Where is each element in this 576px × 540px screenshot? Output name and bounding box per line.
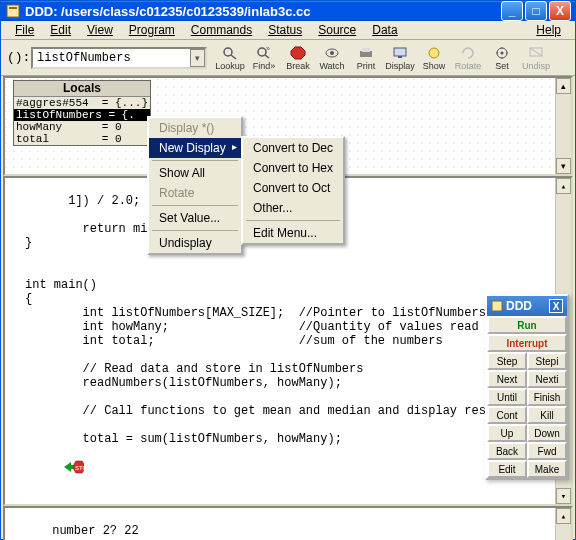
menu-commands[interactable]: Commands <box>183 21 260 39</box>
menu-edit[interactable]: Edit <box>42 21 79 39</box>
lookup-button[interactable]: Lookup <box>213 42 247 74</box>
watch-button[interactable]: Watch <box>315 42 349 74</box>
menu-separator <box>152 205 238 206</box>
back-button[interactable]: Back <box>487 442 527 460</box>
ddd-icon <box>491 300 503 312</box>
svg-rect-1 <box>9 7 17 9</box>
fwd-button[interactable]: Fwd <box>527 442 567 460</box>
up-button[interactable]: Up <box>487 424 527 442</box>
content-area: Locals #aggres#554 = {...} listOfNumbers… <box>1 76 575 540</box>
svg-rect-13 <box>398 56 402 58</box>
svg-point-2 <box>224 48 232 56</box>
locals-row-selected[interactable]: listOfNumbers = {. <box>14 109 150 121</box>
display-button[interactable]: Display <box>383 42 417 74</box>
next-button[interactable]: Next <box>487 370 527 388</box>
window-title: DDD: /users/class/c01235/c0123539/inlab3… <box>25 4 501 19</box>
interrupt-button[interactable]: Interrupt <box>487 334 567 352</box>
find-button[interactable]: »Find» <box>247 42 281 74</box>
titlebar[interactable]: DDD: /users/class/c01235/c0123539/inlab3… <box>1 1 575 21</box>
rotate-button[interactable]: Rotate <box>451 42 485 74</box>
locals-box[interactable]: Locals #aggres#554 = {...} listOfNumbers… <box>13 80 151 146</box>
kill-button[interactable]: Kill <box>527 406 567 424</box>
svg-point-16 <box>501 51 504 54</box>
console-text: number 2? 22 Breakpoint 1, main () at in… <box>9 524 283 540</box>
menu-help[interactable]: Help <box>528 21 569 39</box>
toolbar: (): ▾ Lookup »Find» Break Watch Print Di… <box>1 40 575 76</box>
svg-point-14 <box>429 48 439 58</box>
set-button[interactable]: Set <box>485 42 519 74</box>
app-window: DDD: /users/class/c01235/c0123539/inlab3… <box>0 0 576 540</box>
command-panel[interactable]: DDD X Run Interrupt StepStepi NextNexti … <box>485 294 569 480</box>
run-button[interactable]: Run <box>487 316 567 334</box>
menu-undisplay[interactable]: Undisplay <box>149 233 241 253</box>
svg-point-9 <box>330 51 334 55</box>
arg-input[interactable] <box>33 51 190 65</box>
menu-source[interactable]: Source <box>310 21 364 39</box>
svg-marker-7 <box>291 47 305 59</box>
minimize-button[interactable]: _ <box>501 1 523 21</box>
menu-program[interactable]: Program <box>121 21 183 39</box>
menu-show-all[interactable]: Show All <box>149 163 241 183</box>
menu-separator <box>152 160 238 161</box>
down-button[interactable]: Down <box>527 424 567 442</box>
svg-text:STOP: STOP <box>75 465 84 471</box>
arg-combo[interactable]: ▾ <box>31 47 207 69</box>
menu-data[interactable]: Data <box>364 21 405 39</box>
menu-file[interactable]: File <box>7 21 42 39</box>
menu-separator <box>246 220 340 221</box>
window-buttons: _ □ X <box>501 1 571 21</box>
menu-other[interactable]: Other... <box>243 198 343 218</box>
until-button[interactable]: Until <box>487 388 527 406</box>
command-panel-header[interactable]: DDD X <box>487 296 567 316</box>
menu-display-deref[interactable]: Display *() <box>149 118 241 138</box>
menu-edit-menu[interactable]: Edit Menu... <box>243 223 343 243</box>
datapane-scrollbar[interactable]: ▴ ▾ <box>555 78 571 174</box>
locals-row[interactable]: total = 0 <box>14 133 150 145</box>
app-icon <box>5 3 21 19</box>
locals-row[interactable]: howMany = 0 <box>14 121 150 133</box>
arg-dropdown-button[interactable]: ▾ <box>190 49 205 67</box>
context-menu: Display *() New Display▸ Show All Rotate… <box>147 116 243 255</box>
menu-status[interactable]: Status <box>260 21 310 39</box>
show-button[interactable]: Show <box>417 42 451 74</box>
menu-new-display[interactable]: New Display▸ <box>149 138 241 158</box>
print-button[interactable]: Print <box>349 42 383 74</box>
break-button[interactable]: Break <box>281 42 315 74</box>
svg-rect-0 <box>7 5 19 17</box>
arg-label: (): <box>7 50 31 65</box>
scroll-up-button[interactable]: ▴ <box>556 508 571 524</box>
menubar: File Edit View Program Commands Status S… <box>1 21 575 40</box>
menu-rotate[interactable]: Rotate <box>149 183 241 203</box>
menu-set-value[interactable]: Set Value... <box>149 208 241 228</box>
nexti-button[interactable]: Nexti <box>527 370 567 388</box>
step-button[interactable]: Step <box>487 352 527 370</box>
command-panel-title: DDD <box>506 299 532 313</box>
undisp-button[interactable]: Undisp <box>519 42 553 74</box>
submenu-arrow-icon: ▸ <box>232 141 237 152</box>
menu-view[interactable]: View <box>79 21 121 39</box>
svg-rect-12 <box>394 48 406 56</box>
scroll-down-button[interactable]: ▾ <box>556 488 571 504</box>
menu-separator <box>152 230 238 231</box>
console-pane[interactable]: number 2? 22 Breakpoint 1, main () at in… <box>3 506 573 540</box>
breakpoint-marker-icon[interactable]: STOP <box>6 446 84 492</box>
scroll-up-button[interactable]: ▴ <box>556 78 571 94</box>
menu-convert-dec[interactable]: Convert to Dec <box>243 138 343 158</box>
svg-rect-26 <box>492 301 502 311</box>
menu-convert-oct[interactable]: Convert to Oct <box>243 178 343 198</box>
context-submenu: Convert to Dec Convert to Hex Convert to… <box>241 136 345 245</box>
scroll-up-button[interactable]: ▴ <box>556 178 571 194</box>
toolbar-buttons: Lookup »Find» Break Watch Print Display … <box>213 42 553 74</box>
make-button[interactable]: Make <box>527 460 567 478</box>
cont-button[interactable]: Cont <box>487 406 527 424</box>
close-button[interactable]: X <box>549 1 571 21</box>
locals-row[interactable]: #aggres#554 = {...} <box>14 97 150 109</box>
maximize-button[interactable]: □ <box>525 1 547 21</box>
stepi-button[interactable]: Stepi <box>527 352 567 370</box>
scroll-down-button[interactable]: ▾ <box>556 158 571 174</box>
command-panel-close-button[interactable]: X <box>549 299 563 313</box>
menu-convert-hex[interactable]: Convert to Hex <box>243 158 343 178</box>
edit-button[interactable]: Edit <box>487 460 527 478</box>
finish-button[interactable]: Finish <box>527 388 567 406</box>
console-scrollbar[interactable]: ▴ ▾ <box>555 508 571 540</box>
